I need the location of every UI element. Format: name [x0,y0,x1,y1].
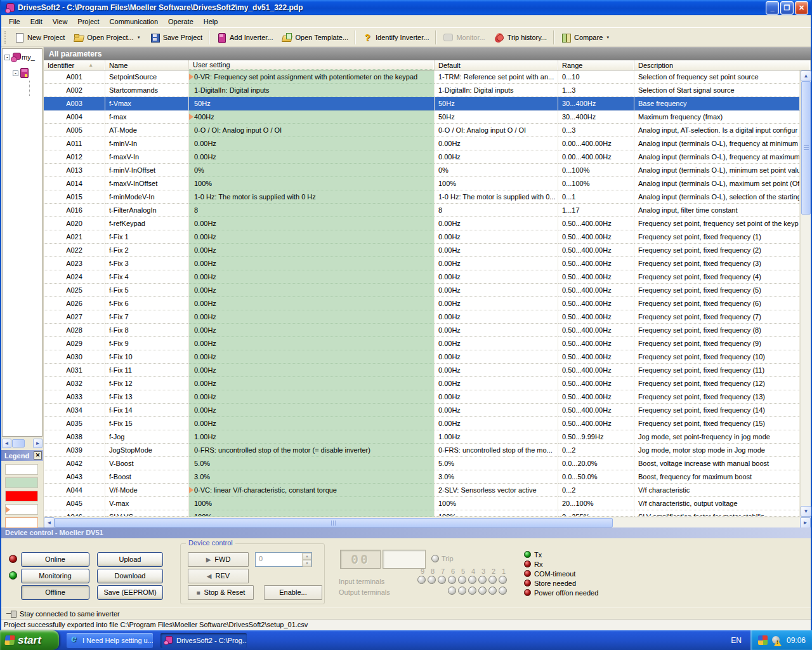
stay-connected-row[interactable]: Stay connected to same inverter [1,607,811,619]
tray-messenger-icon[interactable] [758,635,768,645]
start-button[interactable]: start [0,630,59,650]
table-row[interactable]: A038f-Jog1.00Hz1.00Hz0.50...9.99HzJog mo… [44,430,800,444]
table-row[interactable]: A020f-refKeypad0.00Hz0.00Hz0.50...400.00… [44,217,800,230]
table-row[interactable]: A001SetpointSource0-VR: Frequency set po… [44,70,800,84]
legend-close-icon[interactable]: ✕ [34,451,42,460]
offline-button[interactable]: Offline [21,585,89,600]
table-row[interactable]: A025f-Fix 50.00Hz0.00Hz0.50...400.00HzFr… [44,284,800,297]
table-row[interactable]: A032f-Fix 120.00Hz0.00Hz0.50...400.00HzF… [44,377,800,390]
enable-button[interactable]: Enable... [264,585,322,600]
cell-user-setting: 3.0% [189,470,435,484]
toolbar-button-open-template[interactable]: Open Template... [277,30,353,45]
toolbar-button-identify-inverter[interactable]: Identify Inverter... [358,30,433,45]
table-row[interactable]: A033f-Fix 130.00Hz0.00Hz0.50...400.00HzF… [44,390,800,404]
scroll-up-icon[interactable]: ▲ [801,70,811,81]
table-row[interactable]: A014f-maxV-InOffset100%100%0...100%Analo… [44,177,800,190]
table-row[interactable]: A024f-Fix 40.00Hz0.00Hz0.50...400.00HzFr… [44,270,800,284]
table-row[interactable]: A026f-Fix 60.00Hz0.00Hz0.50...400.00HzFr… [44,297,800,310]
taskbar-task-i-need-help-setting-u[interactable]: I Need Help setting u... [67,633,153,648]
scroll-right-icon[interactable]: ► [33,439,43,448]
table-row[interactable]: A044V/f-Mode0-VC: linear V/f-characteris… [44,484,800,497]
scrollbar-thumb[interactable] [801,81,811,215]
toolbar-button-add-inverter[interactable]: Add Inverter... [212,30,277,45]
fwd-button[interactable]: ▶FWD [188,552,249,567]
spin-down-icon[interactable]: ▼ [303,560,311,567]
menu-item-edit[interactable]: Edit [25,17,48,27]
toolbar-button-open-project[interactable]: Open Project...▼ [69,30,145,45]
tree-node-inverter[interactable]: - [13,68,29,78]
restore-button[interactable]: ❐ [780,1,794,15]
tree-horizontal-scrollbar[interactable]: ◄ ► [2,438,43,449]
table-row[interactable]: A016t-FilterAnalogIn881...17Analog input… [44,204,800,217]
status-com-timeout: COM-timeout [524,569,598,578]
table-row[interactable]: A046SLV-VG100%100%0...255%SLV amplificat… [44,510,800,517]
scrollbar-thumb[interactable] [12,439,25,448]
table-row-selected[interactable]: A003f-Vmax50Hz50Hz30...400HzBase frequen… [44,97,800,110]
menu-item-communication[interactable]: Communication [105,17,163,27]
table-row[interactable]: A045V-max100%100%20...100%V/f characteri… [44,497,800,510]
menu-item-view[interactable]: View [48,17,73,27]
table-row[interactable]: A043f-Boost3.0%3.0%0.0...50.0%Boost, fre… [44,470,800,484]
cell-default: 100% [435,510,558,517]
horizontal-scrollbar[interactable]: ◄ ► [44,517,811,527]
scroll-left-icon[interactable]: ◄ [44,517,55,528]
table-row[interactable]: A015f-minModeV-In1-0 Hz: The motor is su… [44,190,800,204]
spin-up-icon[interactable]: ▲ [303,553,311,560]
speed-input[interactable]: 0 ▲ ▼ [255,552,312,567]
table-row[interactable]: A035f-Fix 150.00Hz0.00Hz0.50...400.00HzF… [44,417,800,430]
stop-reset-button[interactable]: ■Stop & Reset [188,585,254,600]
vertical-scrollbar[interactable]: ▲ ▼ [800,70,811,517]
table-row[interactable]: A022f-Fix 20.00Hz0.00Hz0.50...400.00HzFr… [44,244,800,257]
table-row[interactable]: A021f-Fix 10.00Hz0.00Hz0.50...400.00HzFr… [44,230,800,244]
column-header-description[interactable]: Description [634,60,811,70]
scroll-right-icon[interactable]: ► [800,517,811,528]
save-eeprom-button[interactable]: Save (EEPROM) [97,585,163,600]
table-row[interactable]: A027f-Fix 70.00Hz0.00Hz0.50...400.00HzFr… [44,310,800,324]
toolbar-button-compare[interactable]: Compare▼ [556,30,614,45]
toolbar-button-trip-history[interactable]: Trip history... [490,30,551,45]
table-row[interactable]: A030f-Fix 100.00Hz0.00Hz0.50...400.00HzF… [44,350,800,364]
download-button[interactable]: Download [97,569,163,583]
table-row[interactable]: A034f-Fix 140.00Hz0.00Hz0.50...400.00HzF… [44,404,800,417]
table-row[interactable]: A002Startcommands1-DigitalIn: Digital in… [44,84,800,97]
toolbar-button-new-project[interactable]: New Project [10,30,69,45]
rev-button[interactable]: ◀REV [188,569,249,583]
tray-warning-icon[interactable] [771,635,782,645]
close-button[interactable]: ✕ [795,1,808,15]
menu-item-project[interactable]: Project [72,17,104,27]
tree-collapse-icon[interactable]: - [13,70,18,76]
toolbar-button-save-project[interactable]: Save Project [145,30,207,45]
table-row[interactable]: A012f-maxV-In0.00Hz0.00Hz0.00...400.00Hz… [44,150,800,164]
table-row[interactable]: A011f-minV-In0.00Hz0.00Hz0.00...400.00Hz… [44,137,800,150]
taskbar-task-drivessoft2-c-prog[interactable]: DrivesSoft2 - C:\Prog... [160,633,247,648]
table-row[interactable]: A031f-Fix 110.00Hz0.00Hz0.50...400.00HzF… [44,364,800,377]
table-row[interactable]: A039JogStopMode0-FRS: uncontrolled stop … [44,444,800,457]
menu-item-operate[interactable]: Operate [163,17,199,27]
upload-button[interactable]: Upload [97,552,163,567]
minimize-button[interactable]: _ [766,1,779,15]
language-indicator[interactable]: EN [731,636,742,645]
column-header-user-setting[interactable]: User setting [189,60,435,70]
column-header-identifier[interactable]: Identifier▲ [44,60,105,70]
menu-item-help[interactable]: Help [199,17,223,27]
column-header-default[interactable]: Default [435,60,558,70]
column-header-name[interactable]: Name [105,60,189,70]
online-button[interactable]: Online [21,552,89,567]
tree-collapse-icon[interactable]: - [4,55,10,60]
table-row[interactable]: A013f-minV-InOffset0%0%0...100%Analog in… [44,164,800,177]
tree-node-project[interactable]: - my_ [4,53,35,62]
scroll-down-icon[interactable]: ▼ [801,506,811,517]
dropdown-arrow-icon[interactable]: ▼ [137,36,141,39]
column-header-range[interactable]: Range [558,60,634,70]
menu-item-file[interactable]: File [4,17,25,27]
dropdown-arrow-icon[interactable]: ▼ [606,36,610,39]
scrollbar-thumb[interactable] [55,518,613,527]
table-row[interactable]: A005AT-Mode0-O / OI: Analog input O / OI… [44,124,800,137]
table-row[interactable]: A023f-Fix 30.00Hz0.00Hz0.50...400.00HzFr… [44,257,800,270]
table-row[interactable]: A029f-Fix 90.00Hz0.00Hz0.50...400.00HzFr… [44,337,800,350]
table-row[interactable]: A004f-max400Hz50Hz30...400HzMaximum freq… [44,110,800,124]
monitoring-button[interactable]: Monitoring [21,569,89,583]
table-row[interactable]: A042V-Boost5.0%5.0%0.0...20.0%Boost, vol… [44,457,800,470]
scroll-left-icon[interactable]: ◄ [2,439,11,448]
table-row[interactable]: A028f-Fix 80.00Hz0.00Hz0.50...400.00HzFr… [44,324,800,337]
